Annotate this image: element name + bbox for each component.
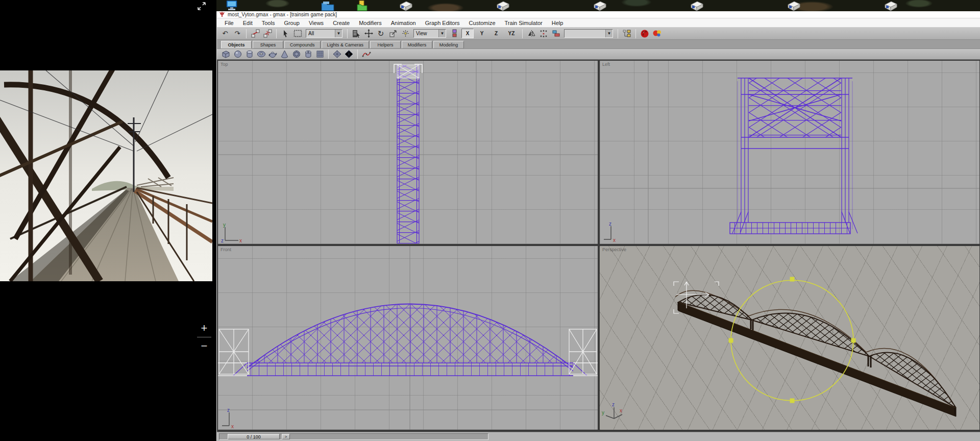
quad-patch-icon[interactable] bbox=[332, 50, 342, 59]
axis-z-label: z bbox=[221, 238, 224, 243]
plane-primitive-icon[interactable] bbox=[314, 50, 325, 59]
render-icon[interactable] bbox=[651, 29, 663, 39]
menu-tools[interactable]: Tools bbox=[257, 20, 280, 26]
mirror-icon[interactable] bbox=[526, 29, 537, 39]
menu-customize[interactable]: Customize bbox=[464, 20, 500, 26]
select-object-icon[interactable] bbox=[280, 29, 291, 39]
menu-train-simulator[interactable]: Train Simulator bbox=[500, 20, 547, 26]
select-and-manipulate-icon[interactable] bbox=[400, 29, 411, 39]
axis-x-label: x bbox=[239, 238, 242, 243]
undo-icon[interactable]: ↶ bbox=[219, 29, 231, 39]
toolbar-separator bbox=[357, 50, 358, 59]
package-5-icon[interactable] bbox=[786, 1, 801, 11]
schematic-view-icon[interactable] bbox=[621, 29, 632, 39]
axis-z-label: z bbox=[227, 407, 230, 413]
package-3-icon[interactable] bbox=[592, 1, 607, 11]
axis-z-label: z bbox=[612, 402, 615, 407]
dropdown-arrow-icon: ▼ bbox=[438, 30, 446, 37]
tab-helpers[interactable]: Helpers bbox=[370, 41, 401, 48]
tab-modifiers[interactable]: Modifiers bbox=[402, 41, 432, 48]
toolbar-separator bbox=[276, 29, 277, 38]
viewport-top[interactable]: Top y bbox=[218, 61, 598, 244]
menu-group[interactable]: Group bbox=[279, 20, 304, 26]
restrict-to-y-button[interactable]: Y bbox=[476, 29, 488, 38]
axis-z-label: z bbox=[609, 221, 611, 227]
viewport-perspective[interactable]: Perspective bbox=[600, 246, 979, 430]
menu-graph-editors[interactable]: Graph Editors bbox=[421, 20, 464, 26]
restrict-to-plane-button[interactable]: YZ bbox=[504, 29, 519, 38]
reference-coordinate-system-dropdown[interactable]: View ▼ bbox=[413, 29, 446, 38]
teapot-primitive-icon[interactable] bbox=[267, 50, 278, 59]
viewport-perspective-label: Perspective bbox=[602, 247, 626, 252]
dropdown-arrow-icon: ▼ bbox=[605, 30, 612, 37]
tab-modeling[interactable]: Modeling bbox=[433, 41, 464, 48]
align-icon[interactable] bbox=[550, 29, 561, 39]
select-and-scale-icon[interactable] bbox=[387, 29, 399, 39]
tab-shapes[interactable]: Shapes bbox=[253, 41, 283, 48]
package-2-icon[interactable] bbox=[495, 1, 510, 11]
photo-zoom-in-button[interactable]: + bbox=[195, 322, 213, 335]
cone-primitive-icon[interactable] bbox=[279, 50, 290, 59]
axis-x-label: x bbox=[231, 424, 234, 429]
tab-panel: Objects Shapes Compounds Lights & Camera… bbox=[217, 40, 980, 49]
line-spline-icon[interactable] bbox=[361, 50, 372, 59]
my-computer-icon[interactable] bbox=[225, 1, 240, 11]
geosphere-primitive-icon[interactable] bbox=[291, 50, 302, 59]
cylinder-primitive-icon[interactable] bbox=[244, 50, 255, 59]
unlink-selection-icon[interactable] bbox=[262, 29, 273, 39]
select-by-name-icon[interactable] bbox=[351, 29, 362, 39]
viewport-top-label: Top bbox=[220, 62, 228, 67]
tube-primitive-icon[interactable] bbox=[303, 50, 313, 59]
viewport-left[interactable]: Left bbox=[600, 61, 979, 244]
titlebar[interactable]: most_Vyton.gmax - gmax - [trainsim game … bbox=[217, 11, 980, 18]
axis-x-label: x bbox=[613, 237, 616, 243]
select-and-rotate-icon[interactable]: ↻ bbox=[375, 29, 386, 39]
tab-objects[interactable]: Objects bbox=[221, 41, 252, 48]
tab-compounds[interactable]: Compounds bbox=[284, 41, 321, 48]
redo-icon[interactable]: ↷ bbox=[232, 29, 243, 39]
package-6-icon[interactable] bbox=[883, 1, 898, 11]
viewport-front[interactable]: Front bbox=[218, 246, 598, 430]
desktop-strip bbox=[216, 0, 980, 11]
time-slider-thumb[interactable]: 0 / 100 bbox=[228, 434, 280, 439]
screen: + − most_Vyton.gmax - gmax - [trainsim g… bbox=[0, 0, 980, 441]
restrict-to-x-button[interactable]: X bbox=[461, 29, 474, 38]
menu-animation[interactable]: Animation bbox=[386, 20, 421, 26]
tri-patch-icon[interactable] bbox=[344, 50, 354, 59]
selection-filter-value: All bbox=[308, 31, 314, 36]
use-pivot-point-center-icon[interactable] bbox=[449, 29, 460, 39]
next-frame-button[interactable]: > bbox=[282, 434, 290, 439]
package-1-icon[interactable] bbox=[398, 1, 413, 11]
photo-zoom-out-button[interactable]: − bbox=[195, 339, 213, 353]
torus-primitive-icon[interactable] bbox=[256, 50, 266, 59]
folder-blue-icon[interactable] bbox=[320, 1, 335, 11]
menu-modifiers[interactable]: Modifiers bbox=[354, 20, 386, 26]
restrict-to-z-button[interactable]: Z bbox=[490, 29, 502, 38]
time-slider-track[interactable]: 0 / 100 > bbox=[219, 433, 488, 440]
select-and-link-icon[interactable] bbox=[250, 29, 261, 39]
sphere-primitive-icon[interactable] bbox=[232, 50, 243, 59]
menu-file[interactable]: File bbox=[220, 20, 238, 26]
select-and-move-icon[interactable] bbox=[363, 29, 374, 39]
main-toolbar: ↶ ↷ All ▼ ↻ bbox=[217, 28, 980, 40]
menu-help[interactable]: Help bbox=[547, 20, 568, 26]
package-4-icon[interactable] bbox=[689, 1, 704, 11]
box-primitive-icon[interactable] bbox=[220, 50, 231, 59]
material-editor-icon[interactable] bbox=[639, 29, 650, 39]
expand-arrows-icon[interactable] bbox=[197, 2, 206, 11]
gmax-window: most_Vyton.gmax - gmax - [trainsim game … bbox=[216, 11, 980, 441]
menu-edit[interactable]: Edit bbox=[238, 20, 257, 26]
array-icon[interactable] bbox=[538, 29, 549, 39]
named-selection-sets-dropdown[interactable]: ▼ bbox=[564, 29, 613, 38]
selection-filter-dropdown[interactable]: All ▼ bbox=[306, 29, 342, 38]
folder-yellow-icon[interactable] bbox=[354, 1, 370, 11]
toolbar-separator bbox=[618, 29, 618, 38]
toolbar-separator bbox=[347, 29, 348, 38]
rectangular-selection-region-icon[interactable] bbox=[292, 29, 303, 39]
menu-create[interactable]: Create bbox=[328, 20, 354, 26]
tab-lights-cameras[interactable]: Lights & Cameras bbox=[322, 41, 370, 48]
photo-zoom-controls: + − bbox=[195, 322, 213, 353]
menu-views[interactable]: Views bbox=[304, 20, 328, 26]
axis-y-label: y bbox=[602, 410, 604, 415]
axis-y-label: y bbox=[223, 222, 226, 228]
